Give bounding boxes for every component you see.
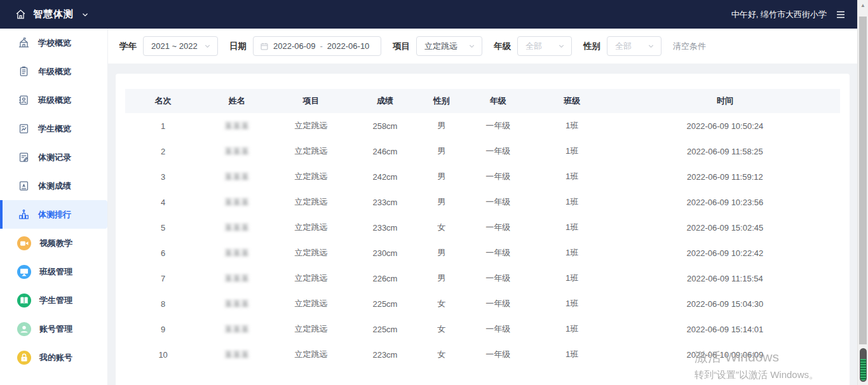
table-row: 9某某某立定跳远225cm女一年级1班2022-06-09 15:14:01 [125, 316, 840, 342]
sidebar-item-school-overview[interactable]: 学校概览 [0, 29, 107, 57]
sidebar-item-label: 学生概览 [38, 123, 71, 135]
gender-placeholder: 全部 [615, 41, 632, 52]
cell-project: 立定跳远 [273, 349, 349, 360]
scrollbar-thumb[interactable] [859, 17, 867, 344]
school-year-select[interactable]: 2021 ~ 2022 [143, 36, 218, 56]
cell-class: 1班 [534, 323, 610, 335]
cell-grade: 一年级 [462, 247, 534, 259]
cell-gender: 女 [421, 298, 462, 309]
clear-filters-button[interactable]: 清空条件 [673, 41, 706, 52]
project-select[interactable]: 立定跳远 [416, 36, 482, 56]
cell-rank: 8 [125, 299, 201, 309]
top-header: 智慧体测 中午好, 绵竹市大西街小学 [0, 0, 857, 29]
sidebar-item-student-overview[interactable]: 学生概览 [0, 114, 107, 143]
cell-grade: 一年级 [462, 171, 534, 182]
cell-class: 1班 [534, 120, 610, 132]
chevron-down-icon [468, 43, 475, 50]
cell-grade: 一年级 [462, 196, 534, 208]
cell-gender: 男 [421, 273, 462, 284]
cell-score: 226cm [349, 274, 421, 283]
sidebar-item-label: 账号管理 [39, 323, 72, 335]
column-header: 姓名 [201, 95, 273, 107]
cell-class: 1班 [534, 247, 610, 259]
cell-rank: 1 [125, 121, 201, 131]
sidebar-item-account-management[interactable]: 账号管理 [0, 314, 107, 343]
cell-gender: 男 [421, 196, 462, 208]
cell-gender: 男 [421, 145, 462, 157]
grade-select[interactable]: 全部 [517, 36, 572, 56]
column-header: 项目 [273, 95, 349, 107]
cell-grade: 一年级 [462, 298, 534, 309]
cell-project: 立定跳远 [273, 273, 349, 284]
sidebar-item-test-ranking[interactable]: 体测排行 [0, 200, 107, 229]
cell-name: 某某某 [201, 273, 273, 284]
vertical-scrollbar[interactable]: ▲ [857, 0, 868, 385]
date-start-value: 2022-06-09 [273, 41, 316, 51]
cell-grade: 一年级 [462, 222, 534, 233]
cell-time: 2022-06-09 11:58:25 [610, 147, 840, 156]
scroll-up-arrow-icon[interactable]: ▲ [858, 3, 868, 8]
cell-class: 1班 [534, 196, 610, 208]
table-row: 6某某某立定跳远230cm男一年级1班2022-06-09 10:22:42 [125, 240, 840, 266]
sidebar-item-label: 体测成绩 [38, 180, 71, 192]
cell-rank: 6 [125, 248, 201, 258]
cell-name: 某某某 [201, 324, 273, 335]
cell-grade: 一年级 [462, 349, 534, 360]
cell-name: 某某某 [201, 248, 273, 259]
cell-name: 某某某 [201, 349, 273, 360]
gender-select[interactable]: 全部 [607, 36, 661, 56]
hamburger-menu-icon[interactable] [834, 8, 847, 21]
sidebar-item-test-records[interactable]: 体测记录 [0, 143, 107, 172]
sidebar-item-label: 我的账号 [39, 352, 72, 363]
cell-gender: 男 [421, 120, 462, 132]
cell-project: 立定跳远 [273, 247, 349, 259]
sidebar-item-grade-overview[interactable]: 年级概览 [0, 57, 107, 86]
cell-name: 某某某 [201, 172, 273, 182]
chevron-down-icon [204, 43, 211, 50]
sidebar-item-class-management[interactable]: 班级管理 [0, 257, 107, 286]
table-row: 1某某某立定跳远258cm男一年级1班2022-06-09 10:50:24 [125, 113, 840, 138]
cell-rank: 9 [125, 325, 201, 334]
cell-score: 225cm [349, 299, 421, 309]
gender-label: 性别 [583, 41, 600, 52]
sidebar-item-student-management[interactable]: 学生管理 [0, 286, 107, 314]
sidebar-nav: 学校概览年级概览班级概览学生概览体测记录体测成绩体测排行视频教学班级管理学生管理… [0, 29, 107, 372]
cell-gender: 女 [421, 323, 462, 335]
column-header: 年级 [462, 95, 534, 107]
grade-placeholder: 全部 [526, 41, 542, 52]
chevron-down-icon[interactable] [81, 11, 89, 18]
sidebar-item-test-scores[interactable]: 体测成绩 [0, 172, 107, 200]
table-row: 3某某某立定跳远242cm男一年级1班2022-06-09 11:59:12 [125, 164, 840, 189]
home-icon[interactable] [14, 8, 27, 21]
sidebar-item-class-overview[interactable]: 班级概览 [0, 86, 107, 114]
person-icon [17, 322, 31, 336]
sidebar-item-video-teaching[interactable]: 视频教学 [0, 229, 107, 257]
table-row: 10某某某立定跳远223cm女一年级1班2022-06-10 09:06:09 [125, 342, 840, 367]
table-body: 1某某某立定跳远258cm男一年级1班2022-06-09 10:50:242某… [125, 113, 840, 367]
date-range-input[interactable]: 2022-06-09 - 2022-06-10 [253, 36, 381, 56]
cell-score: 233cm [349, 198, 421, 207]
sidebar-item-label: 体测记录 [38, 152, 71, 163]
badge-icon [17, 94, 30, 107]
sidebar-item-label: 体测排行 [38, 209, 71, 220]
cell-time: 2022-06-09 10:22:42 [610, 248, 840, 258]
cell-gender: 男 [421, 171, 462, 182]
date-end-value: 2022-06-10 [327, 41, 370, 51]
sidebar-item-my-account[interactable]: 我的账号 [0, 343, 107, 372]
scrollbar-bottom-capsule[interactable] [860, 348, 867, 382]
chart-doc-icon [17, 123, 30, 135]
cell-grade: 一年级 [462, 273, 534, 284]
grade-label: 年级 [494, 41, 511, 52]
cell-name: 某某某 [201, 299, 273, 309]
record-icon [17, 151, 30, 164]
cell-time: 2022-06-09 15:14:01 [610, 325, 840, 334]
column-header: 班级 [534, 95, 610, 107]
column-header: 名次 [125, 95, 201, 107]
table-row: 7某某某立定跳远226cm男一年级1班2022-06-09 11:15:54 [125, 266, 840, 291]
cell-time: 2022-06-09 11:15:54 [610, 274, 840, 283]
cell-gender: 女 [421, 222, 462, 233]
sidebar-item-label: 班级管理 [39, 266, 72, 278]
main-content: 学年 2021 ~ 2022 日期 2022-06-09 - 2022-06-1… [108, 29, 857, 385]
project-value: 立定跳远 [424, 41, 458, 52]
cell-score: 258cm [349, 121, 421, 131]
